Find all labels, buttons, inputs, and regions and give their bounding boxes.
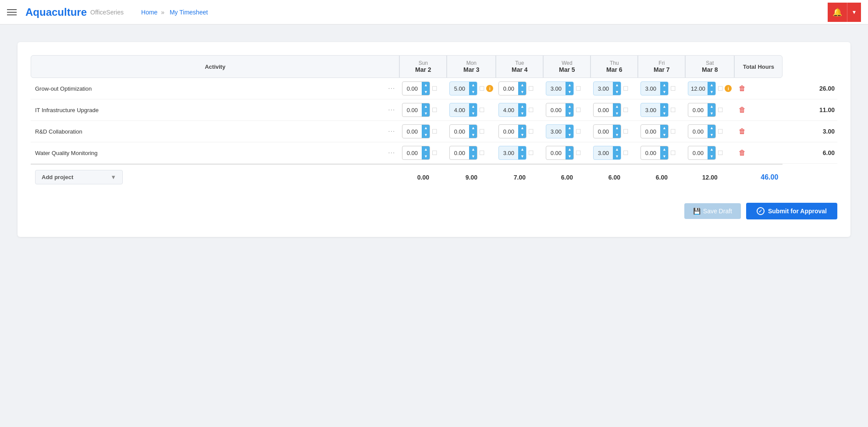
note-icon-r1-d4[interactable]: ☐ [623, 106, 629, 113]
spin-up-r2-d1[interactable]: ▲ [469, 124, 477, 131]
note-icon-r1-d5[interactable]: ☐ [670, 106, 676, 113]
hour-input-r2-d1[interactable] [450, 124, 469, 138]
note-icon-r1-d2[interactable]: ☐ [528, 106, 534, 113]
spin-down-r2-d0[interactable]: ▼ [422, 131, 430, 138]
spin-down-r2-d2[interactable]: ▼ [518, 131, 526, 138]
hour-input-r0-d3[interactable] [546, 81, 566, 95]
add-project-button[interactable]: Add project ▼ [35, 170, 123, 184]
note-icon-r3-d0[interactable]: ☐ [432, 149, 438, 156]
spin-down-r3-d6[interactable]: ▼ [708, 153, 715, 160]
submit-approval-button[interactable]: ✓ Submit for Approval [746, 203, 837, 219]
spin-up-r0-d2[interactable]: ▲ [518, 81, 526, 88]
hour-input-r1-d5[interactable] [641, 103, 660, 117]
user-dropdown-button[interactable]: ▼ [847, 3, 861, 22]
spin-down-r0-d2[interactable]: ▼ [518, 88, 526, 95]
spin-down-r0-d0[interactable]: ▼ [422, 88, 430, 95]
row-menu-button[interactable]: ··· [388, 85, 395, 92]
notification-button[interactable]: 🔔 [828, 3, 847, 22]
hour-input-r0-d0[interactable] [402, 81, 422, 95]
spin-up-r3-d6[interactable]: ▲ [708, 146, 715, 153]
spin-up-r2-d0[interactable]: ▲ [422, 124, 430, 131]
spin-up-r1-d2[interactable]: ▲ [518, 103, 526, 110]
spin-up-r0-d4[interactable]: ▲ [613, 81, 621, 88]
note-icon-r2-d2[interactable]: ☐ [528, 128, 534, 135]
spin-down-r1-d5[interactable]: ▼ [660, 110, 668, 117]
note-icon-r0-d2[interactable]: ☐ [528, 85, 534, 92]
spin-down-r3-d3[interactable]: ▼ [566, 153, 573, 160]
hour-input-r1-d1[interactable] [450, 103, 469, 117]
spin-up-r2-d2[interactable]: ▲ [518, 124, 526, 131]
note-icon-r1-d6[interactable]: ☐ [718, 106, 723, 113]
hour-input-r3-d3[interactable] [546, 146, 566, 160]
spin-down-r1-d1[interactable]: ▼ [469, 110, 477, 117]
note-icon-r3-d6[interactable]: ☐ [718, 149, 723, 156]
note-icon-r3-d4[interactable]: ☐ [623, 149, 629, 156]
hour-input-r3-d0[interactable] [402, 146, 422, 160]
hour-input-r2-d5[interactable] [641, 124, 660, 138]
spin-down-r0-d3[interactable]: ▼ [566, 88, 573, 95]
hour-input-r1-d0[interactable] [402, 103, 422, 117]
spin-up-r2-d6[interactable]: ▲ [708, 124, 715, 131]
spin-up-r2-d4[interactable]: ▲ [613, 124, 621, 131]
spin-down-r0-d4[interactable]: ▼ [613, 88, 621, 95]
note-icon-r0-d6[interactable]: ☐ [718, 85, 723, 92]
spin-up-r0-d3[interactable]: ▲ [566, 81, 573, 88]
spin-up-r0-d0[interactable]: ▲ [422, 81, 430, 88]
spin-up-r2-d5[interactable]: ▲ [660, 124, 668, 131]
spin-up-r1-d5[interactable]: ▲ [660, 103, 668, 110]
hour-input-r0-d2[interactable] [499, 81, 518, 95]
note-icon-r2-d5[interactable]: ☐ [670, 128, 676, 135]
spin-down-r3-d0[interactable]: ▼ [422, 153, 430, 160]
note-icon-r0-d4[interactable]: ☐ [623, 85, 629, 92]
spin-down-r0-d6[interactable]: ▼ [708, 88, 715, 95]
spin-up-r1-d1[interactable]: ▲ [469, 103, 477, 110]
spin-up-r3-d0[interactable]: ▲ [422, 146, 430, 153]
spin-up-r1-d0[interactable]: ▲ [422, 103, 430, 110]
spin-up-r3-d1[interactable]: ▲ [469, 146, 477, 153]
spin-down-r1-d4[interactable]: ▼ [613, 110, 621, 117]
spin-down-r3-d2[interactable]: ▼ [518, 153, 526, 160]
delete-row-button-r1[interactable]: 🗑 [737, 105, 747, 115]
row-menu-button[interactable]: ··· [388, 106, 395, 113]
spin-up-r3-d2[interactable]: ▲ [518, 146, 526, 153]
delete-row-button-r0[interactable]: 🗑 [737, 84, 747, 93]
spin-up-r3-d3[interactable]: ▲ [566, 146, 573, 153]
spin-up-r1-d4[interactable]: ▲ [613, 103, 621, 110]
delete-row-button-r2[interactable]: 🗑 [737, 127, 747, 136]
hour-input-r0-d5[interactable] [641, 81, 660, 95]
menu-hamburger[interactable] [7, 9, 17, 15]
hour-input-r2-d0[interactable] [402, 124, 422, 138]
spin-down-r2-d5[interactable]: ▼ [660, 131, 668, 138]
hour-input-r3-d1[interactable] [450, 146, 469, 160]
note-icon-r2-d1[interactable]: ☐ [479, 128, 485, 135]
spin-down-r3-d1[interactable]: ▼ [469, 153, 477, 160]
hour-input-r1-d2[interactable] [499, 103, 518, 117]
note-icon-r1-d1[interactable]: ☐ [479, 106, 485, 113]
spin-down-r0-d5[interactable]: ▼ [660, 88, 668, 95]
spin-down-r3-d4[interactable]: ▼ [613, 153, 621, 160]
spin-up-r0-d1[interactable]: ▲ [469, 81, 477, 88]
delete-row-button-r3[interactable]: 🗑 [737, 148, 747, 158]
hour-input-r3-d6[interactable] [688, 146, 708, 160]
note-icon-r2-d0[interactable]: ☐ [432, 128, 438, 135]
hour-input-r2-d3[interactable] [546, 124, 566, 138]
note-icon-r3-d3[interactable]: ☐ [576, 149, 581, 156]
spin-up-r1-d3[interactable]: ▲ [566, 103, 573, 110]
note-icon-r3-d1[interactable]: ☐ [479, 149, 485, 156]
spin-down-r2-d3[interactable]: ▼ [566, 131, 573, 138]
hour-input-r3-d4[interactable] [594, 146, 613, 160]
note-icon-r2-d3[interactable]: ☐ [576, 128, 581, 135]
breadcrumb-home[interactable]: Home [141, 9, 157, 16]
note-icon-r1-d3[interactable]: ☐ [576, 106, 581, 113]
note-icon-r0-d5[interactable]: ☐ [670, 85, 676, 92]
spin-down-r1-d6[interactable]: ▼ [708, 110, 715, 117]
spin-up-r0-d5[interactable]: ▲ [660, 81, 668, 88]
hour-input-r2-d2[interactable] [499, 124, 518, 138]
spin-up-r3-d5[interactable]: ▲ [660, 146, 668, 153]
hour-input-r0-d6[interactable] [688, 81, 708, 95]
spin-up-r1-d6[interactable]: ▲ [708, 103, 715, 110]
hour-input-r0-d4[interactable] [594, 81, 613, 95]
note-icon-r0-d0[interactable]: ☐ [432, 85, 438, 92]
spin-up-r3-d4[interactable]: ▲ [613, 146, 621, 153]
hour-input-r3-d5[interactable] [641, 146, 660, 160]
